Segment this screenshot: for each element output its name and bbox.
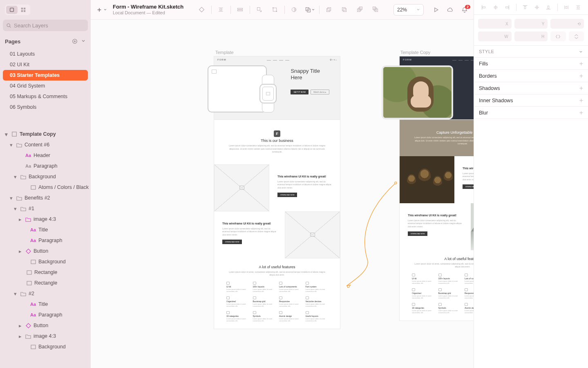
svg-rect-58	[577, 7, 579, 8]
layer-item[interactable]: Rectangle	[0, 278, 91, 288]
page-item[interactable]: 05 Markups & Comments	[0, 91, 91, 102]
page-item[interactable]: 06 Symbols	[0, 102, 91, 112]
svg-rect-46	[506, 7, 508, 8]
add-page-icon[interactable]	[72, 38, 78, 44]
distribute-button[interactable]	[214, 4, 228, 16]
svg-rect-55	[566, 6, 568, 8]
svg-rect-42	[483, 7, 485, 8]
width-input[interactable]: W	[478, 31, 512, 41]
layer-item[interactable]: ▾#1	[0, 203, 91, 214]
artboard-template[interactable]: FORM⦿ • ▾ ⌕ Snappy Title Here GET IT NOW…	[214, 56, 340, 329]
cloud-button[interactable]	[447, 6, 454, 13]
layer-item[interactable]: ▾#2	[0, 288, 91, 299]
artboard-template-copy[interactable]: FORM⦿ • ▾ ⌕ Quality videos for your outd…	[400, 56, 474, 321]
layer-item[interactable]: Background	[0, 341, 91, 352]
align-vcenter-icon[interactable]	[534, 4, 540, 10]
svg-rect-37	[375, 9, 378, 12]
align-top-icon[interactable]	[522, 4, 528, 10]
search-input[interactable]	[14, 22, 85, 29]
layer-item[interactable]: AaParagraph	[0, 235, 91, 246]
page-item[interactable]: 01 Layouts	[0, 49, 91, 59]
layer-item[interactable]: ▸Button	[0, 320, 91, 331]
layer-item[interactable]: ▸image 4:3	[0, 214, 91, 224]
add-icon[interactable]: +	[579, 97, 583, 104]
distribute-v-icon[interactable]	[575, 4, 581, 10]
insert-button[interactable]	[96, 7, 107, 13]
artboard-label[interactable]: Template Copy	[400, 50, 430, 55]
topbar-right: 2	[433, 6, 468, 13]
artboard-label[interactable]: Template	[215, 50, 234, 55]
height-input[interactable]: H	[514, 31, 548, 41]
add-icon[interactable]: +	[579, 85, 583, 92]
topbar: Form - Wireframe Kit.sketch Local Docume…	[91, 0, 474, 20]
svg-rect-3	[21, 10, 23, 12]
flip-h-button[interactable]	[550, 31, 566, 41]
search-layers[interactable]	[3, 20, 88, 31]
document-title: Form - Wireframe Kit.sketch	[113, 4, 183, 10]
layer-item[interactable]: AaTitle	[0, 224, 91, 235]
layer-item[interactable]: ▾Template Copy	[0, 129, 91, 139]
back-button[interactable]	[368, 4, 383, 16]
style-prop-fills[interactable]: Fills+	[474, 58, 588, 70]
distribute-h-icon[interactable]	[563, 4, 569, 10]
add-icon[interactable]: +	[579, 109, 583, 117]
align-bottom-icon[interactable]	[546, 4, 551, 10]
svg-rect-33	[342, 7, 346, 11]
svg-rect-22	[238, 10, 243, 11]
layer-item[interactable]: AaParagraph	[0, 161, 91, 171]
canvas[interactable]: Template Template Copy FORM⦿ • ▾ ⌕ Snapp…	[91, 20, 474, 368]
edit-button[interactable]	[268, 4, 282, 16]
front-button[interactable]	[353, 4, 367, 16]
page-item[interactable]: 04 Grid System	[0, 81, 91, 91]
page-item[interactable]: 03 Starter Templates	[3, 70, 88, 81]
pos-y-input[interactable]: Y	[514, 19, 548, 29]
preview-button[interactable]	[433, 7, 439, 13]
create-symbol-button[interactable]	[195, 4, 209, 16]
view-components-button[interactable]	[18, 6, 29, 14]
scale-button[interactable]	[252, 4, 267, 16]
page-item[interactable]: 02 UI Kit	[0, 59, 91, 70]
align-hcenter-icon[interactable]	[493, 4, 499, 10]
svg-rect-30	[327, 9, 330, 12]
mask-button[interactable]	[287, 4, 302, 16]
layer-item[interactable]: Atoms / Colors / Black	[0, 182, 91, 193]
layer-item[interactable]: Rectangle	[0, 267, 91, 278]
annotation-arrow	[338, 182, 402, 288]
style-prop-borders[interactable]: Borders+	[474, 70, 588, 82]
layer-item[interactable]: ▸image 4:3	[0, 331, 91, 341]
style-prop-shadows[interactable]: Shadows+	[474, 82, 588, 94]
align-left-icon[interactable]	[481, 4, 487, 10]
pages-label: Pages	[5, 38, 20, 45]
pos-x-input[interactable]: X	[478, 19, 512, 29]
notifications-button[interactable]: 2	[461, 7, 468, 13]
svg-rect-52	[548, 6, 550, 8]
forward-button[interactable]	[322, 4, 336, 16]
tidy-button[interactable]	[233, 4, 248, 16]
add-icon[interactable]: +	[579, 72, 583, 80]
layer-item[interactable]: ▸Button	[0, 246, 91, 256]
style-prop-blur[interactable]: Blur+	[474, 107, 588, 119]
style-header: STYLE	[474, 45, 588, 58]
zoom-value: 22%	[397, 7, 407, 13]
chevron-down-icon[interactable]	[579, 49, 583, 54]
sidebar-top	[0, 0, 91, 20]
align-right-icon[interactable]	[504, 4, 510, 10]
boolean-button[interactable]	[302, 4, 317, 16]
rotate-input[interactable]: ⟲	[550, 19, 584, 29]
layer-item[interactable]: AaParagraph	[0, 310, 91, 320]
layer-item[interactable]: ▾Benefits #2	[0, 193, 91, 203]
view-layers-button[interactable]	[6, 6, 18, 14]
zoom-select[interactable]: 22%	[393, 4, 424, 16]
layer-item[interactable]: AaHeader	[0, 150, 91, 161]
add-icon[interactable]: +	[579, 60, 583, 67]
layer-item[interactable]: ▾Content #6	[0, 139, 91, 150]
layer-item[interactable]: Background	[0, 256, 91, 267]
collapse-pages-icon[interactable]	[81, 38, 86, 44]
style-prop-inner-shadows[interactable]: Inner Shadows+	[474, 94, 588, 107]
layer-item[interactable]: ▾Background	[0, 171, 91, 182]
svg-point-26	[276, 11, 277, 12]
backward-button[interactable]	[337, 4, 352, 16]
flip-v-button[interactable]	[569, 31, 584, 41]
align-row	[474, 0, 588, 15]
layer-item[interactable]: AaTitle	[0, 299, 91, 310]
